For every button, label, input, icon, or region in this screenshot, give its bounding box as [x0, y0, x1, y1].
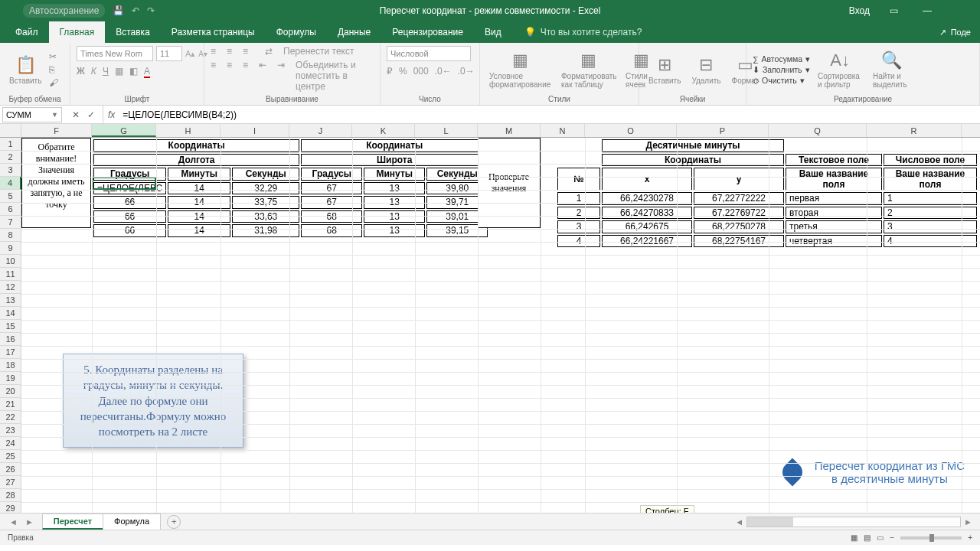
- insert-cells-button[interactable]: ⊞Вставить: [645, 54, 684, 86]
- number-format-select[interactable]: [387, 46, 471, 61]
- hscroll-left-icon[interactable]: ◄: [735, 517, 743, 527]
- row-header[interactable]: 15: [0, 320, 21, 333]
- col-header[interactable]: Q: [769, 124, 867, 137]
- font-color-icon[interactable]: А: [144, 66, 150, 77]
- redo-icon[interactable]: ↷: [147, 5, 155, 16]
- fx-icon[interactable]: fx: [103, 109, 119, 120]
- share-button[interactable]: ↗Поде: [930, 21, 980, 43]
- currency-icon[interactable]: ₽: [387, 66, 393, 77]
- name-box[interactable]: СУММ▼: [2, 107, 62, 122]
- clear-button[interactable]: ◇Очистить▾: [753, 76, 810, 85]
- italic-icon[interactable]: К: [91, 66, 96, 77]
- border-icon[interactable]: ▦: [115, 66, 123, 77]
- zoom-in-icon[interactable]: +: [968, 533, 972, 542]
- format-table-button[interactable]: ▦Форматировать как таблицу: [558, 49, 618, 90]
- row-header[interactable]: 3: [0, 164, 21, 177]
- minimize-icon[interactable]: —: [917, 5, 937, 16]
- row-header[interactable]: 21: [0, 398, 21, 411]
- row-header[interactable]: 16: [0, 333, 21, 346]
- wrap-text-button[interactable]: Перенести текст: [283, 46, 354, 57]
- tab-данные[interactable]: Данные: [327, 21, 381, 43]
- row-header[interactable]: 6: [0, 203, 21, 216]
- sort-filter-button[interactable]: A↓Сортировка и фильтр: [815, 49, 865, 90]
- row-header[interactable]: 4: [0, 177, 21, 190]
- row-header[interactable]: 10: [0, 255, 21, 268]
- row-header[interactable]: 24: [0, 437, 21, 450]
- row-header[interactable]: 26: [0, 463, 21, 476]
- underline-icon[interactable]: Ч: [103, 66, 109, 77]
- tab-вставка[interactable]: Вставка: [105, 21, 161, 43]
- row-header[interactable]: 7: [0, 216, 21, 229]
- row-header[interactable]: 25: [0, 450, 21, 463]
- row-header[interactable]: 5: [0, 190, 21, 203]
- col-header[interactable]: G: [92, 124, 156, 137]
- row-header[interactable]: 2: [0, 151, 21, 164]
- bold-icon[interactable]: Ж: [77, 66, 85, 77]
- cancel-formula-icon[interactable]: ✕: [72, 109, 80, 120]
- column-headers[interactable]: FGHIJKLMNOPQR: [21, 124, 980, 138]
- page-layout-icon[interactable]: ▤: [864, 533, 871, 542]
- tab-главная[interactable]: Главная: [49, 21, 106, 43]
- font-size-select[interactable]: [156, 46, 182, 61]
- normal-view-icon[interactable]: ▦: [851, 533, 858, 542]
- row-header[interactable]: 8: [0, 229, 21, 242]
- col-header[interactable]: R: [867, 124, 962, 137]
- fill-button[interactable]: ⬇Заполнить▾: [753, 65, 810, 74]
- tell-me[interactable]: 💡Что вы хотите сделать?: [512, 21, 642, 43]
- fill-color-icon[interactable]: ◧: [129, 66, 138, 77]
- tab-формулы[interactable]: Формулы: [266, 21, 327, 43]
- col-header[interactable]: P: [677, 124, 769, 137]
- autosave-toggle[interactable]: Автосохранение: [23, 4, 105, 18]
- row-header[interactable]: 14: [0, 307, 21, 320]
- col-header[interactable]: N: [541, 124, 585, 137]
- col-header[interactable]: I: [220, 124, 289, 137]
- save-icon[interactable]: 💾: [113, 5, 124, 16]
- align-left-icon[interactable]: ≡: [211, 60, 216, 92]
- page-break-icon[interactable]: ▭: [877, 533, 884, 542]
- delete-cells-button[interactable]: ⊟Удалить: [688, 54, 724, 86]
- select-all-corner[interactable]: [0, 124, 21, 138]
- row-header[interactable]: 11: [0, 268, 21, 281]
- col-header[interactable]: L: [415, 124, 478, 137]
- align-top-icon[interactable]: ≡: [211, 46, 216, 57]
- paste-button[interactable]: 📋Вставить: [6, 54, 44, 86]
- row-header[interactable]: 12: [0, 281, 21, 294]
- col-header[interactable]: H: [156, 124, 220, 137]
- undo-icon[interactable]: ↶: [132, 5, 139, 16]
- row-header[interactable]: 19: [0, 372, 21, 385]
- tab-разметка страницы[interactable]: Разметка страницы: [161, 21, 266, 43]
- row-header[interactable]: 17: [0, 346, 21, 359]
- row-header[interactable]: 18: [0, 359, 21, 372]
- row-header[interactable]: 9: [0, 242, 21, 255]
- col-header[interactable]: J: [289, 124, 352, 137]
- cut-icon[interactable]: ✂: [49, 51, 58, 62]
- signin-button[interactable]: Вход: [849, 5, 870, 16]
- formula-input[interactable]: [119, 107, 980, 122]
- row-header[interactable]: 27: [0, 476, 21, 489]
- sheet-tab[interactable]: Пересчет: [42, 514, 103, 530]
- col-header[interactable]: F: [21, 124, 92, 137]
- row-header[interactable]: 20: [0, 385, 21, 398]
- sheet-nav-next-icon[interactable]: ►: [25, 517, 34, 527]
- format-painter-icon[interactable]: 🖌: [49, 77, 58, 88]
- col-header[interactable]: O: [585, 124, 677, 137]
- row-header[interactable]: 29: [0, 502, 21, 513]
- sheet-nav-prev-icon[interactable]: ◄: [9, 517, 18, 527]
- col-header[interactable]: K: [352, 124, 415, 137]
- row-header[interactable]: 1: [0, 138, 21, 151]
- conditional-format-button[interactable]: ▦Условное форматирование: [486, 49, 554, 90]
- sheet-tab[interactable]: Формула: [103, 514, 161, 530]
- row-header[interactable]: 23: [0, 424, 21, 437]
- col-header[interactable]: M: [478, 124, 541, 137]
- autosum-button[interactable]: ∑Автосумма▾: [753, 54, 810, 64]
- tab-вид[interactable]: Вид: [474, 21, 512, 43]
- row-header[interactable]: 28: [0, 489, 21, 502]
- spreadsheet-grid[interactable]: FGHIJKLMNOPQR 12345678910111213141516171…: [0, 124, 980, 513]
- tab-рецензирование[interactable]: Рецензирование: [381, 21, 474, 43]
- add-sheet-button[interactable]: +: [167, 515, 181, 529]
- row-header[interactable]: 22: [0, 411, 21, 424]
- font-name-select[interactable]: [77, 46, 153, 61]
- accept-formula-icon[interactable]: ✓: [87, 109, 95, 120]
- row-headers[interactable]: 1234567891011121314151617181920212223242…: [0, 138, 21, 513]
- zoom-out-icon[interactable]: −: [890, 533, 894, 542]
